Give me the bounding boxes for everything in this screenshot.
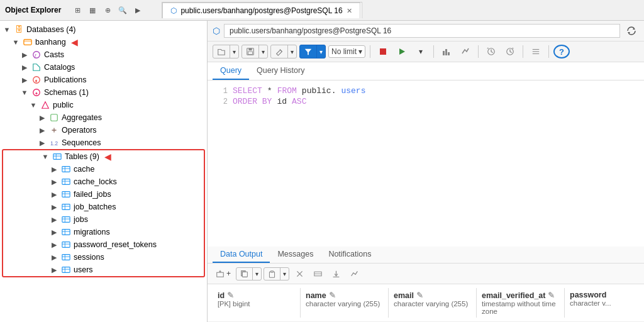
filter-arrow[interactable]: ▾ xyxy=(317,47,325,57)
expand-password-reset-tokens[interactable]: ▶ xyxy=(50,241,58,249)
col-email-label: email xyxy=(394,291,414,300)
tab-query[interactable]: Query xyxy=(213,62,249,80)
table-icon[interactable]: ▦ xyxy=(86,4,99,16)
no-limit-select[interactable]: No limit ▾ xyxy=(328,45,365,58)
tab-messages[interactable]: Messages xyxy=(270,247,321,263)
grid-icon[interactable]: ⊞ xyxy=(71,4,84,16)
code-select-kw: SELECT xyxy=(233,86,262,96)
expand-databases[interactable]: ▼ xyxy=(3,26,11,33)
expand-schemas[interactable]: ▼ xyxy=(20,89,29,96)
tree-table-password-reset-tokens[interactable]: ▶ password_reset_tokens xyxy=(3,238,204,251)
expand-jobs[interactable]: ▶ xyxy=(50,216,58,224)
tab-data-output[interactable]: Data Output xyxy=(213,247,270,263)
query-tab[interactable]: ⬡ public.users/banhang/postgres@PostgreS… xyxy=(162,3,360,18)
paste-main[interactable] xyxy=(264,268,280,280)
expand-tables[interactable]: ▼ xyxy=(41,153,50,160)
tree-catalogs[interactable]: ▶ Catalogs xyxy=(0,61,207,74)
zoom-icon[interactable]: ⊕ xyxy=(101,4,114,16)
history1-btn[interactable] xyxy=(483,43,499,60)
failed-jobs-icon xyxy=(61,189,71,199)
expand-catalogs[interactable]: ▶ xyxy=(20,64,29,72)
edit-btn[interactable]: ▾ xyxy=(270,45,297,58)
expand-cache[interactable]: ▶ xyxy=(50,165,58,174)
expand-cache-locks[interactable]: ▶ xyxy=(50,178,58,186)
cache-label: cache xyxy=(74,165,94,174)
tree-table-failed-jobs[interactable]: ▶ failed_jobs xyxy=(3,188,204,201)
save-main[interactable] xyxy=(242,45,259,58)
terminal-icon[interactable]: ▶ xyxy=(131,4,144,16)
stop-btn[interactable] xyxy=(375,43,391,60)
banhang-label: banhang xyxy=(35,38,66,47)
tab-query-history[interactable]: Query History xyxy=(249,62,312,80)
copy-main[interactable] xyxy=(236,268,253,280)
col-id-label: id xyxy=(218,291,225,300)
search-icon[interactable]: 🔍 xyxy=(116,4,129,16)
tree-table-cache-locks[interactable]: ▶ cache_locks xyxy=(3,175,204,188)
col-id-edit-icon[interactable]: ✎ xyxy=(227,291,234,300)
expand-casts[interactable]: ▶ xyxy=(20,51,29,59)
tree-databases[interactable]: ▼ 🗄 Databases (4) xyxy=(0,23,207,36)
code-line-2: 2 ORDER BY id ASC xyxy=(208,96,644,107)
chart2-btn[interactable] xyxy=(457,43,474,60)
tree-operators[interactable]: ▶ Operators xyxy=(0,124,207,136)
save-btn[interactable]: ▾ xyxy=(242,45,268,58)
tab-close-icon[interactable]: ✕ xyxy=(347,7,352,15)
history2-btn[interactable] xyxy=(502,43,518,60)
graph-btn[interactable] xyxy=(346,265,362,282)
tree-table-jobs[interactable]: ▶ jobs xyxy=(3,213,204,226)
tree-aggregates[interactable]: ▶ Aggregates xyxy=(0,111,207,124)
expand-sessions[interactable]: ▶ xyxy=(50,253,58,262)
grid-view-btn[interactable] xyxy=(528,43,544,60)
expand-migrations[interactable]: ▶ xyxy=(50,228,58,236)
svg-text:✦: ✦ xyxy=(35,91,38,96)
copy-btn[interactable]: ▾ xyxy=(236,267,262,280)
col-email-verified-at-edit-icon[interactable]: ✎ xyxy=(548,291,555,300)
tree-casts[interactable]: ▶ ƒ Casts xyxy=(0,48,207,61)
tree-table-users[interactable]: ▶ users xyxy=(3,264,204,276)
expand-sequences[interactable]: ▶ xyxy=(38,139,47,147)
open-file-main[interactable] xyxy=(213,45,230,58)
tree-tables[interactable]: ▼ Tables (9) ◀ xyxy=(3,150,204,163)
expand-operators[interactable]: ▶ xyxy=(38,126,47,135)
copy-arrow[interactable]: ▾ xyxy=(253,269,261,279)
add-row-btn[interactable]: + xyxy=(213,265,234,282)
tree-table-migrations[interactable]: ▶ migrations xyxy=(3,226,204,238)
tree-schemas[interactable]: ▼ ✦ Schemas (1) xyxy=(0,86,207,99)
expand-aggregates[interactable]: ▶ xyxy=(38,114,47,122)
sidebar-tree: ▼ 🗄 Databases (4) ▼ banhang ◀ ▶ ƒ Casts xyxy=(0,21,207,322)
open-file-arrow[interactable]: ▾ xyxy=(230,47,238,57)
help-btn[interactable]: ? xyxy=(553,45,570,58)
paste-arrow[interactable]: ▾ xyxy=(280,269,289,279)
tree-table-cache[interactable]: ▶ cache xyxy=(3,163,204,175)
paste-btn[interactable]: ▾ xyxy=(264,267,289,280)
sync-icon[interactable] xyxy=(624,23,639,38)
edit-arrow[interactable]: ▾ xyxy=(288,47,296,57)
tab-notifications[interactable]: Notifications xyxy=(321,247,379,263)
filter-main[interactable] xyxy=(300,45,317,58)
filter-btn[interactable]: ▾ xyxy=(299,45,326,58)
tree-banhang[interactable]: ▼ banhang ◀ xyxy=(0,36,207,48)
tree-public[interactable]: ▼ public xyxy=(0,99,207,111)
expand-users[interactable]: ▶ xyxy=(50,266,58,274)
edit-main[interactable] xyxy=(271,45,288,58)
open-file-btn[interactable]: ▾ xyxy=(213,45,239,58)
expand-publications[interactable]: ▶ xyxy=(20,76,29,84)
save-arrow[interactable]: ▾ xyxy=(259,47,267,57)
chart1-btn[interactable] xyxy=(438,43,455,60)
run-options-btn[interactable]: ▾ xyxy=(413,43,429,60)
aggregates-label: Aggregates xyxy=(62,113,102,122)
move-btn[interactable] xyxy=(309,265,326,282)
download-btn[interactable] xyxy=(328,265,344,282)
tree-table-sessions[interactable]: ▶ sessions xyxy=(3,251,204,264)
expand-job-batches[interactable]: ▶ xyxy=(50,203,58,211)
expand-banhang[interactable]: ▼ xyxy=(11,38,20,46)
tree-table-job-batches[interactable]: ▶ job_batches xyxy=(3,201,204,213)
col-email-edit-icon[interactable]: ✎ xyxy=(416,291,423,300)
tree-sequences[interactable]: ▶ 1.2 Sequences xyxy=(0,136,207,149)
expand-public[interactable]: ▼ xyxy=(29,101,38,109)
expand-failed-jobs[interactable]: ▶ xyxy=(50,191,58,199)
col-name-edit-icon[interactable]: ✎ xyxy=(329,291,336,300)
run-btn[interactable] xyxy=(394,43,410,60)
tree-publications[interactable]: ▶ ♦ Publications xyxy=(0,74,207,86)
delete-btn[interactable] xyxy=(291,265,308,282)
